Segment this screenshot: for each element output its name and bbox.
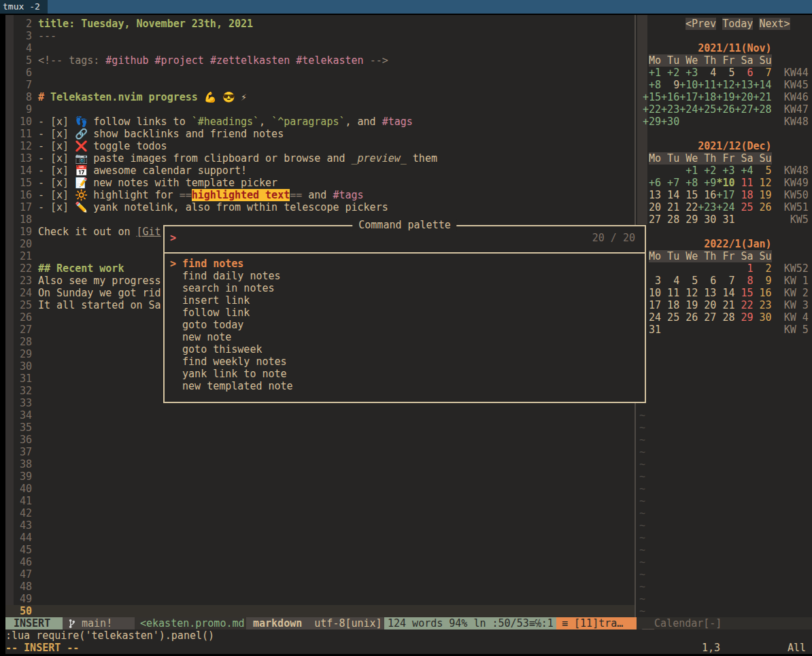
palette-item[interactable]: follow link — [170, 307, 250, 319]
palette-item[interactable]: find daily notes — [170, 270, 281, 282]
calendar-day[interactable]: 18 — [661, 299, 679, 311]
calendar-day[interactable]: 4 — [698, 67, 716, 79]
calendar-day[interactable]: +17 — [716, 189, 734, 201]
calendar-day[interactable]: 21 — [661, 201, 679, 213]
palette-item[interactable]: new templated note — [170, 380, 293, 392]
calendar-day[interactable]: 13 — [643, 189, 661, 201]
calendar-day[interactable]: +6 — [643, 177, 661, 189]
calendar-day[interactable]: 20 — [698, 299, 716, 311]
calendar-day[interactable]: +3 — [716, 165, 734, 177]
calendar-day[interactable]: 11 — [734, 177, 753, 189]
calendar-day[interactable]: +18 — [698, 91, 716, 103]
calendar-day[interactable]: 30 — [754, 311, 772, 324]
calendar-day[interactable]: 19 — [754, 189, 772, 201]
vim-command-line[interactable]: :lua require('telekasten').panel() — [5, 629, 214, 642]
calendar-day[interactable]: +3 — [679, 67, 698, 79]
statusline-tab-indicator[interactable]: ≡ [11]tra… — [556, 617, 639, 629]
calendar-day[interactable]: 21 — [716, 299, 734, 311]
calendar-day[interactable]: 5 — [679, 275, 698, 287]
calendar-day[interactable]: +29 — [643, 116, 661, 128]
calendar-day[interactable]: +27 — [734, 103, 753, 116]
calendar-day[interactable]: +7 — [661, 177, 679, 189]
calendar-day[interactable]: 29 — [679, 213, 698, 226]
calendar-day[interactable]: 7 — [754, 67, 772, 79]
calendar-day[interactable]: +8 — [679, 177, 698, 189]
calendar-day[interactable]: 23 — [754, 299, 772, 311]
calendar-day[interactable]: 16 — [698, 189, 716, 201]
calendar-day[interactable]: +21 — [754, 91, 772, 103]
calendar-next-button[interactable]: Next> — [759, 18, 790, 30]
calendar-day[interactable]: 26 — [679, 311, 698, 324]
calendar-day[interactable]: 28 — [661, 213, 679, 226]
calendar-day[interactable]: +16 — [661, 91, 679, 103]
calendar-day[interactable]: 9 — [754, 275, 772, 287]
calendar-day[interactable]: 28 — [716, 311, 734, 324]
calendar-day[interactable]: 22 — [679, 201, 698, 213]
calendar-day[interactable]: +10 — [679, 79, 698, 91]
palette-item[interactable]: search in notes — [170, 282, 275, 294]
calendar-day[interactable]: 5 — [716, 67, 734, 79]
calendar-day[interactable]: +2 — [661, 67, 679, 79]
calendar-day[interactable]: +26 — [716, 103, 734, 116]
calendar-day[interactable]: +9 — [698, 177, 716, 189]
calendar-day[interactable]: 29 — [734, 311, 753, 324]
calendar-day[interactable]: +24 — [716, 201, 734, 213]
calendar-day[interactable]: 2 — [754, 262, 772, 275]
calendar-day[interactable]: 6 — [734, 67, 753, 79]
calendar-day[interactable]: 25 — [661, 311, 679, 324]
calendar-today-button[interactable]: Today — [722, 18, 753, 30]
calendar-day[interactable]: +4 — [734, 165, 753, 177]
calendar-day[interactable]: +17 — [679, 91, 698, 103]
calendar-day[interactable]: +23 — [698, 201, 716, 213]
calendar-day[interactable]: 9 — [661, 79, 679, 91]
calendar-day[interactable]: 20 — [643, 201, 661, 213]
calendar-day[interactable]: +25 — [698, 103, 716, 116]
calendar-day[interactable]: 16 — [754, 287, 772, 299]
calendar-day[interactable]: +13 — [734, 79, 753, 91]
palette-item[interactable]: > find notes — [170, 258, 243, 270]
calendar-day[interactable]: *10 — [716, 177, 734, 189]
calendar-day[interactable]: 5 — [754, 165, 772, 177]
calendar-day[interactable]: 25 — [734, 201, 753, 213]
calendar-day[interactable]: 22 — [734, 299, 753, 311]
calendar-day[interactable]: 26 — [754, 201, 772, 213]
calendar-day[interactable]: +28 — [754, 103, 772, 116]
calendar-day[interactable]: 14 — [661, 189, 679, 201]
palette-prompt-input[interactable]: > — [170, 232, 176, 244]
calendar-day[interactable]: +20 — [734, 91, 753, 103]
command-palette[interactable]: Command palette > 20 / 20 > find notes f… — [163, 225, 646, 403]
calendar-day[interactable]: 1 — [734, 262, 753, 275]
calendar-day[interactable]: 6 — [698, 275, 716, 287]
calendar-day[interactable]: 4 — [661, 275, 679, 287]
calendar-day[interactable]: 8 — [734, 275, 753, 287]
calendar-day[interactable]: 13 — [698, 287, 716, 299]
calendar-day[interactable]: 18 — [734, 189, 753, 201]
calendar-day[interactable]: 7 — [716, 275, 734, 287]
calendar-day[interactable]: +8 — [643, 79, 661, 91]
calendar-day[interactable]: +24 — [679, 103, 698, 116]
calendar-day[interactable]: +23 — [661, 103, 679, 116]
palette-item[interactable]: goto today — [170, 319, 243, 331]
calendar-day[interactable]: 15 — [679, 189, 698, 201]
calendar-day[interactable]: 19 — [679, 299, 698, 311]
calendar-day[interactable]: 27 — [698, 311, 716, 324]
calendar-day[interactable]: +2 — [698, 165, 716, 177]
calendar-day[interactable]: 15 — [734, 287, 753, 299]
palette-item[interactable]: yank link to note — [170, 368, 287, 380]
calendar-day[interactable]: +14 — [754, 79, 772, 91]
palette-item[interactable]: new note — [170, 331, 231, 343]
palette-item[interactable]: find weekly notes — [170, 356, 287, 368]
calendar-day[interactable]: +22 — [643, 103, 661, 116]
palette-item[interactable]: insert link — [170, 294, 250, 307]
calendar-day[interactable]: 12 — [754, 177, 772, 189]
calendar-day[interactable]: 30 — [698, 213, 716, 226]
calendar-day[interactable]: 14 — [716, 287, 734, 299]
calendar-day[interactable]: 31 — [716, 213, 734, 226]
calendar-day[interactable]: +19 — [716, 91, 734, 103]
calendar-day[interactable]: +11 — [698, 79, 716, 91]
calendar-day[interactable]: 11 — [661, 287, 679, 299]
palette-item[interactable]: goto thisweek — [170, 343, 262, 356]
calendar-day[interactable]: +30 — [661, 116, 679, 128]
calendar-day[interactable]: +1 — [643, 67, 661, 79]
calendar-day[interactable]: 27 — [643, 213, 661, 226]
